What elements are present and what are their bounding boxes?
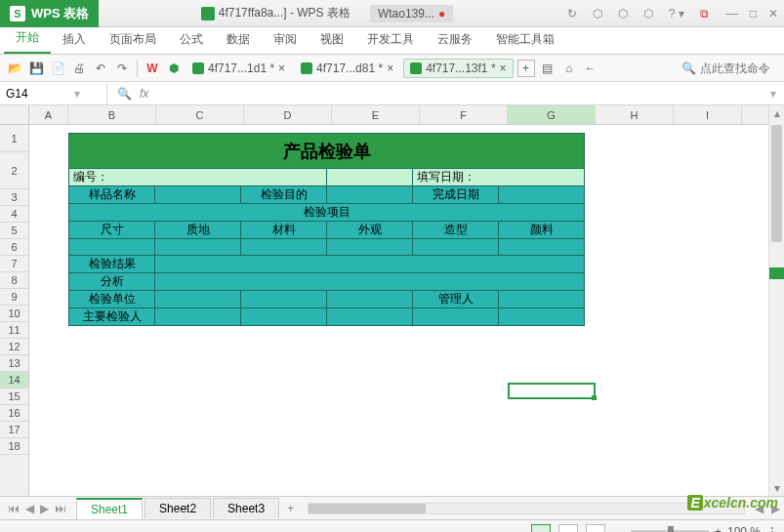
tab-page-layout[interactable]: 页面布局	[98, 25, 168, 54]
tab-insert[interactable]: 插入	[51, 25, 98, 54]
zoom-slider-knob[interactable]	[668, 526, 674, 533]
sheet-nav-prev-icon[interactable]: ◀	[23, 502, 36, 515]
col-header-F[interactable]: F	[420, 105, 508, 124]
home-icon[interactable]: ⌂	[560, 60, 578, 77]
window-close-button[interactable]: ✕	[763, 5, 784, 22]
tab-devtools[interactable]: 开发工具	[355, 25, 426, 54]
undo-icon[interactable]: ↶	[92, 60, 109, 77]
sheet-tab-1[interactable]: Sheet1	[76, 498, 143, 519]
command-search-input[interactable]	[700, 61, 778, 75]
fill-handle[interactable]	[592, 395, 597, 400]
command-search[interactable]: 🔍	[681, 61, 778, 75]
view-page-button[interactable]	[558, 524, 578, 533]
user-label-group[interactable]: Wtao139... ●	[370, 5, 453, 22]
skin-icon[interactable]: ⧉	[696, 5, 713, 22]
wps-w-icon[interactable]: W	[144, 60, 161, 77]
redo-icon[interactable]: ↷	[113, 60, 131, 77]
horizontal-scrollbar[interactable]	[308, 503, 745, 514]
sheet-nav-next-icon[interactable]: ▶	[38, 502, 51, 515]
select-all-corner[interactable]	[0, 105, 28, 125]
hex3-icon[interactable]: ⬡	[640, 5, 657, 22]
print-icon[interactable]: 🖨	[70, 60, 88, 77]
doc-tab-2[interactable]: 4f717...d81 *×	[295, 60, 399, 77]
sheet-nav-first-icon[interactable]: ⏮	[6, 502, 21, 515]
doc-tab-3[interactable]: 4f717...13f1 *×	[403, 59, 513, 78]
scroll-thumb[interactable]	[771, 125, 782, 242]
cell-reference-input[interactable]	[6, 87, 74, 101]
row-header-9[interactable]: 9	[0, 289, 28, 306]
hscroll-thumb[interactable]	[309, 504, 426, 513]
vertical-scrollbar[interactable]: ▴ ▾	[768, 105, 784, 496]
status-menu-icon[interactable]: ⋮	[766, 525, 778, 533]
hex1-icon[interactable]: ⬡	[589, 5, 606, 22]
row-header-18[interactable]: 18	[0, 438, 28, 455]
close-tab-icon[interactable]: ×	[278, 61, 285, 75]
row-header-11[interactable]: 11	[0, 322, 28, 339]
row-header-6[interactable]: 6	[0, 239, 28, 256]
save-icon[interactable]: 💾	[27, 60, 45, 77]
col-header-E[interactable]: E	[332, 105, 420, 124]
tab-data[interactable]: 数据	[215, 25, 262, 54]
row-header-15[interactable]: 15	[0, 389, 28, 405]
tab-review[interactable]: 审阅	[262, 25, 309, 54]
row-header-1[interactable]: 1	[0, 125, 28, 152]
name-box-dropdown-icon[interactable]: ▾	[74, 87, 80, 101]
row-header-8[interactable]: 8	[0, 272, 28, 289]
row-header-17[interactable]: 17	[0, 422, 28, 438]
add-sheet-button[interactable]: +	[279, 502, 302, 515]
cube-icon[interactable]: ⬢	[165, 60, 183, 77]
col-header-D[interactable]: D	[244, 105, 332, 124]
zoom-in-button[interactable]: +	[715, 525, 722, 533]
name-box[interactable]: ▾	[0, 82, 107, 104]
fx-label[interactable]: fx	[140, 87, 148, 101]
scroll-up-icon[interactable]: ▴	[769, 105, 784, 121]
tab-view[interactable]: 视图	[309, 25, 355, 54]
row-header-5[interactable]: 5	[0, 223, 28, 239]
zoom-out-button[interactable]: —	[613, 525, 625, 533]
col-header-G[interactable]: G	[508, 105, 596, 124]
tab-cloud[interactable]: 云服务	[426, 25, 484, 54]
view-break-button[interactable]	[586, 524, 605, 533]
row-header-7[interactable]: 7	[0, 256, 28, 272]
col-header-I[interactable]: I	[674, 105, 742, 124]
row-header-16[interactable]: 16	[0, 405, 28, 422]
doc-tab-1[interactable]: 4f717...1d1 *×	[186, 60, 291, 77]
help-icon[interactable]: ? ▾	[665, 5, 688, 22]
row-header-2[interactable]: 2	[0, 152, 28, 189]
row-header-10[interactable]: 10	[0, 306, 28, 322]
expand-formula-bar-icon[interactable]: ▾	[763, 87, 784, 101]
row-header-3[interactable]: 3	[0, 189, 28, 206]
grid-main[interactable]: A B C D E F G H I 产品检验单 编号： 填写日期： 样品名称	[29, 105, 768, 496]
row-header-12[interactable]: 12	[0, 339, 28, 355]
sheet-tab-2[interactable]: Sheet2	[144, 498, 211, 518]
tab-list-icon[interactable]: ▤	[539, 60, 557, 77]
formula-input-wrap[interactable]	[158, 87, 763, 101]
zoom-label[interactable]: 100 %	[727, 525, 761, 533]
row-header-4[interactable]: 4	[0, 206, 28, 223]
open-icon[interactable]: 📂	[6, 60, 23, 77]
close-tab-icon[interactable]: ×	[387, 61, 393, 75]
tab-smart-toolbox[interactable]: 智能工具箱	[484, 25, 566, 54]
col-header-B[interactable]: B	[68, 105, 156, 124]
sync-icon[interactable]: ↻	[563, 5, 581, 22]
col-header-C[interactable]: C	[156, 105, 244, 124]
col-header-A[interactable]: A	[29, 105, 68, 124]
sheet-nav-last-icon[interactable]: ⏭	[53, 502, 68, 515]
cells-area[interactable]: 产品检验单 编号： 填写日期： 样品名称 检验目的 完成日期 检验项目 尺寸	[29, 125, 768, 496]
hex2-icon[interactable]: ⬡	[614, 5, 632, 22]
window-maximize-button[interactable]: □	[744, 5, 763, 22]
col-header-H[interactable]: H	[596, 105, 674, 124]
row-header-14[interactable]: 14	[0, 372, 28, 389]
print-preview-icon[interactable]: 📄	[49, 60, 66, 77]
new-tab-button[interactable]: +	[517, 60, 535, 77]
window-minimize-button[interactable]: —	[721, 5, 744, 22]
view-normal-button[interactable]	[531, 524, 551, 533]
formula-input[interactable]	[164, 87, 757, 101]
sheet-tab-3[interactable]: Sheet3	[213, 498, 279, 518]
search-fx-icon[interactable]: 🔍	[117, 87, 132, 101]
close-tab-icon[interactable]: ×	[500, 61, 507, 75]
scroll-down-icon[interactable]: ▾	[769, 480, 784, 496]
row-header-13[interactable]: 13	[0, 355, 28, 372]
tab-formula[interactable]: 公式	[168, 25, 215, 54]
tab-start[interactable]: 开始	[4, 23, 51, 54]
